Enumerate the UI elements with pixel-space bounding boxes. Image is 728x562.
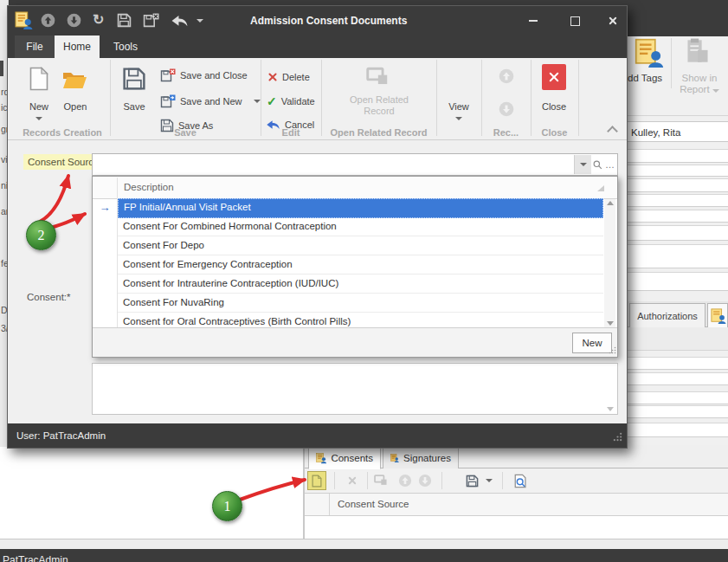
tab-authorizations-label: Authorizations: [637, 311, 698, 321]
gutter-cell: [93, 236, 117, 255]
maximize-button[interactable]: [565, 12, 584, 29]
scroll-down-icon[interactable]: [607, 321, 614, 326]
view-button[interactable]: View: [439, 101, 479, 112]
background-toolbar-band: [626, 327, 728, 351]
dropdown-new-label: New: [582, 338, 602, 348]
grid-gutter-cell: [305, 494, 330, 515]
grid-header-row: Consent Source: [305, 494, 728, 516]
save-button[interactable]: Save: [117, 101, 151, 112]
open-related-button[interactable]: [372, 471, 391, 490]
save-group-label: Save: [110, 127, 261, 138]
scroll-up-icon[interactable]: [607, 201, 614, 205]
annotation-circle-2: 2: [26, 220, 56, 250]
qat-undo-button[interactable]: [171, 15, 189, 29]
close-icon: [548, 71, 560, 83]
description-column-header[interactable]: Description: [124, 182, 174, 192]
combo-search-button[interactable]: [591, 155, 603, 174]
save-and-close-button[interactable]: Save and Close: [160, 67, 248, 84]
qat-dropdown-caret[interactable]: [196, 19, 203, 23]
save-dropdown-button[interactable]: [483, 471, 495, 490]
resize-grip-icon[interactable]: [609, 346, 616, 356]
delete-button[interactable]: Delete: [267, 68, 310, 86]
new-dropdown-caret[interactable]: [35, 117, 42, 120]
tab-tools-label: Tools: [113, 41, 138, 53]
delete-consent-button[interactable]: [343, 471, 362, 490]
new-document-icon: [312, 475, 322, 488]
collapse-ribbon-button[interactable]: [609, 126, 617, 132]
add-tags-button[interactable]: dd Tags: [628, 73, 662, 83]
user-label: User: PatTracAdmin: [16, 430, 106, 441]
tab-consents[interactable]: Consents: [308, 447, 381, 469]
save-button[interactable]: [462, 471, 481, 490]
validate-icon: ✓: [267, 94, 277, 108]
list-item[interactable]: Consent for Emergency Contraception: [93, 255, 617, 275]
delete-label: Delete: [282, 72, 310, 82]
move-up-button[interactable]: [396, 471, 415, 490]
open-related-record-button[interactable]: Open Related Record: [325, 61, 434, 124]
combo-ellipsis-button[interactable]: …: [603, 155, 616, 174]
dropdown-scrollbar[interactable]: [604, 199, 615, 327]
qat-move-up-button[interactable]: [41, 13, 55, 29]
show-in-report-button[interactable]: Show in Report: [674, 73, 725, 95]
splitter-handle[interactable]: [0, 61, 3, 76]
tab-home-label: Home: [63, 41, 91, 53]
move-down-button[interactable]: [416, 471, 435, 490]
consent-source-combobox[interactable]: …: [92, 153, 618, 176]
list-item[interactable]: Consent For Depo: [93, 236, 617, 255]
validate-button[interactable]: ✓ Validate: [267, 93, 315, 110]
close-group-label: Close: [531, 127, 578, 138]
view-dropdown-caret[interactable]: [455, 117, 462, 120]
save-and-new-caret[interactable]: [254, 100, 261, 103]
toolbar-separator: [334, 472, 335, 489]
tab-signatures[interactable]: Signatures: [383, 447, 459, 468]
combo-dropdown-button[interactable]: [574, 155, 591, 174]
tab-file[interactable]: File: [15, 36, 55, 58]
list-item[interactable]: Consent for Intrauterine Contraception (…: [93, 275, 617, 294]
dropdown-new-button[interactable]: New: [572, 333, 612, 353]
new-consent-button[interactable]: [307, 471, 326, 490]
tab-partial[interactable]: [707, 303, 728, 327]
group-separator: [436, 60, 437, 136]
record-up-button[interactable]: [499, 68, 514, 86]
save-close-icon: [160, 68, 176, 82]
group-separator: [261, 60, 261, 136]
delete-icon: [267, 72, 278, 82]
preview-document-icon: [514, 474, 527, 488]
save-icon: [466, 475, 479, 488]
record-down-button[interactable]: [499, 101, 514, 119]
save-icon: [122, 67, 146, 93]
minimize-button[interactable]: [524, 12, 543, 29]
patient-name-field[interactable]: Kulley, Rita: [626, 121, 728, 142]
new-button[interactable]: New: [20, 101, 58, 112]
records-creation-group-label: Records Creation: [15, 127, 110, 138]
tab-authorizations[interactable]: Authorizations: [629, 303, 705, 327]
related-record-icon: [374, 475, 390, 487]
dropdown-header-row[interactable]: Description: [93, 178, 617, 199]
qat-save-close-button[interactable]: [143, 13, 159, 29]
tab-home[interactable]: Home: [55, 36, 100, 58]
list-item[interactable]: → FP Initial/Annual Visit Packet: [93, 198, 617, 217]
up-arrow-icon: [499, 68, 514, 84]
gutter-cell: [93, 294, 117, 313]
close-button[interactable]: [542, 64, 566, 90]
preview-button[interactable]: [511, 471, 530, 490]
close-window-button[interactable]: [603, 12, 622, 29]
qat-refresh-button[interactable]: ↻: [93, 11, 104, 28]
annotation-circle-1: 1: [212, 491, 242, 521]
resize-grip-icon[interactable]: [613, 432, 622, 443]
close-button-label[interactable]: Close: [532, 101, 577, 112]
list-item-label: Consent For Depo: [118, 236, 603, 255]
dialog-titlebar[interactable]: ↻ Admission Consent Documents: [8, 6, 627, 36]
grid-header-consent-source[interactable]: Consent Source: [338, 499, 409, 509]
tab-signatures-label: Signatures: [403, 453, 451, 463]
open-related-record-label: Open Related Record: [338, 94, 421, 117]
tab-tools[interactable]: Tools: [105, 36, 146, 58]
scroll-down-icon[interactable]: [607, 407, 614, 411]
list-item[interactable]: Consent For Combined Hormonal Contracept…: [93, 217, 617, 236]
save-and-new-button[interactable]: Save and New: [160, 93, 261, 110]
list-item[interactable]: Consent For NuvaRing: [93, 294, 617, 313]
open-button[interactable]: Open: [58, 101, 93, 112]
qat-save-button[interactable]: [117, 13, 132, 29]
qat-move-down-button[interactable]: [67, 13, 81, 29]
consent-textarea[interactable]: [92, 363, 618, 415]
